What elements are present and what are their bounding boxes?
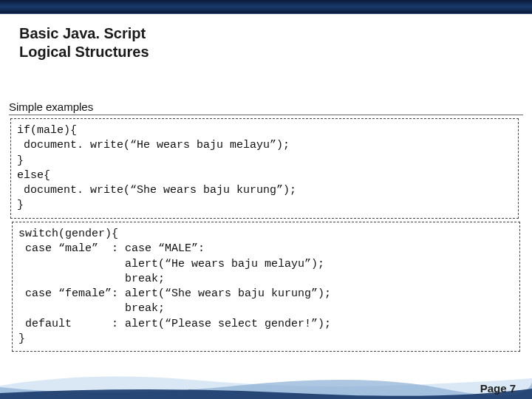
title-line-2: Logical Structures — [19, 43, 513, 61]
code-box-switch: switch(gender){ case “male” : case “MALE… — [12, 222, 520, 352]
title-line-1: Basic Java. Script — [19, 24, 513, 43]
page-number: Page 7 — [480, 382, 516, 395]
title-block: Basic Java. Script Logical Structures — [0, 14, 532, 63]
section-subtitle: Simple examples — [9, 100, 523, 115]
footer-wave-decoration — [0, 364, 532, 399]
header-bar — [0, 0, 532, 14]
code-box-if-else: if(male){ document. write(“He wears baju… — [10, 118, 519, 219]
